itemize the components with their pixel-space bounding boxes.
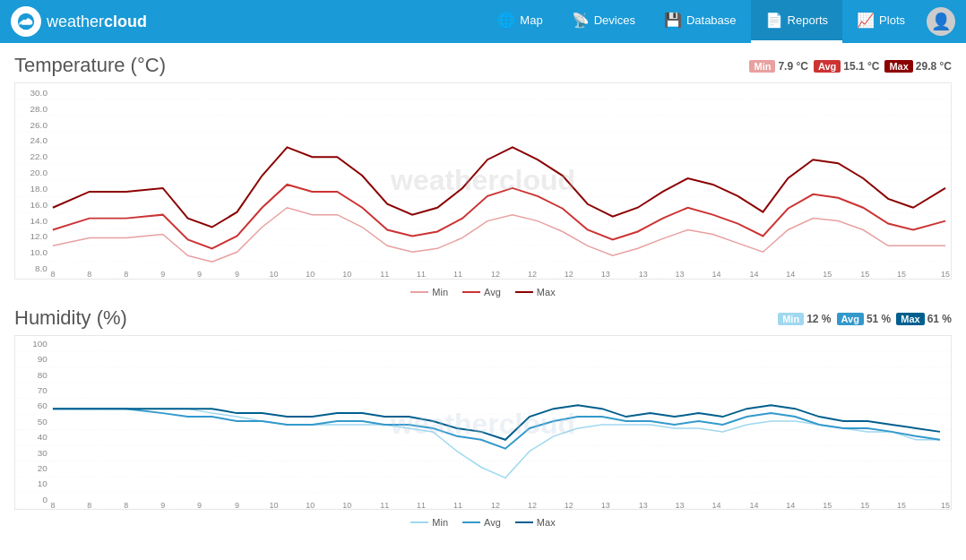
svg-text:90: 90 <box>38 354 48 364</box>
hum-min-label: Min <box>778 313 804 325</box>
hum-max-line <box>515 521 533 523</box>
database-icon: 💾 <box>664 12 682 29</box>
svg-text:10: 10 <box>269 501 278 509</box>
hum-avg-badge: Avg 51 % <box>837 313 892 325</box>
svg-text:11: 11 <box>453 501 462 509</box>
nav-item-map[interactable]: 🌐 Map <box>483 0 556 43</box>
temp-legend-max: Max <box>515 287 556 297</box>
svg-text:weathercloud: weathercloud <box>390 408 575 440</box>
hum-legend-min: Min <box>410 517 448 528</box>
svg-text:10: 10 <box>342 501 351 509</box>
svg-text:14: 14 <box>749 501 758 509</box>
svg-text:14: 14 <box>712 501 721 509</box>
temp-max-badge: Max 29.8 °C <box>884 60 952 73</box>
svg-text:9: 9 <box>160 270 165 279</box>
svg-text:8: 8 <box>50 270 55 279</box>
svg-text:8: 8 <box>124 270 128 279</box>
svg-text:12: 12 <box>528 501 537 509</box>
svg-text:14: 14 <box>749 270 758 279</box>
svg-text:22.0: 22.0 <box>30 151 48 161</box>
plots-icon: 📈 <box>857 12 875 29</box>
hum-min-line <box>410 521 428 523</box>
brand-logo[interactable]: weathercloud <box>11 6 147 37</box>
temp-avg-label: Avg <box>814 60 841 73</box>
temperature-stats: Min 7.9 °C Avg 15.1 °C Max 29.8 °C <box>749 60 952 73</box>
humidity-chart: 100 90 80 70 60 50 40 30 20 10 0 <box>14 335 952 510</box>
temperature-section: Temperature (°C) Min 7.9 °C Avg 15.1 °C … <box>14 54 952 297</box>
svg-text:24.0: 24.0 <box>30 135 48 145</box>
svg-text:11: 11 <box>453 270 462 279</box>
svg-text:13: 13 <box>601 270 610 279</box>
user-avatar[interactable]: 👤 <box>927 7 955 36</box>
hum-legend-min-label: Min <box>432 517 448 528</box>
svg-text:30.0: 30.0 <box>30 88 48 98</box>
svg-text:13: 13 <box>601 501 610 509</box>
svg-text:15: 15 <box>823 270 832 279</box>
svg-text:16.0: 16.0 <box>30 200 48 210</box>
svg-text:12: 12 <box>565 270 574 279</box>
svg-text:8.0: 8.0 <box>35 263 47 273</box>
nav-label-plots: Plots <box>879 13 905 27</box>
svg-text:11: 11 <box>417 501 426 509</box>
nav-label-map: Map <box>520 13 542 27</box>
svg-text:13: 13 <box>676 501 685 509</box>
nav-item-plots[interactable]: 📈 Plots <box>842 0 919 43</box>
svg-text:12: 12 <box>528 270 537 279</box>
humidity-stats: Min 12 % Avg 51 % Max 61 % <box>778 313 952 325</box>
temp-legend-avg: Avg <box>462 287 501 297</box>
svg-text:9: 9 <box>235 501 239 509</box>
svg-text:13: 13 <box>639 501 648 509</box>
svg-text:13: 13 <box>676 270 685 279</box>
svg-text:9: 9 <box>197 270 202 279</box>
temp-min-label: Min <box>749 60 775 73</box>
temp-legend-avg-label: Avg <box>484 287 501 297</box>
svg-text:0: 0 <box>42 495 47 504</box>
temp-legend-max-label: Max <box>537 287 556 297</box>
nav-item-reports[interactable]: 📄 Reports <box>751 0 843 43</box>
svg-text:12.0: 12.0 <box>30 231 48 241</box>
svg-text:26.0: 26.0 <box>30 120 48 130</box>
svg-text:10: 10 <box>38 478 48 488</box>
svg-text:50: 50 <box>38 417 48 426</box>
brand-name: weathercloud <box>47 13 147 31</box>
svg-text:14: 14 <box>786 270 795 279</box>
svg-text:10: 10 <box>306 270 315 279</box>
svg-text:11: 11 <box>380 501 389 509</box>
svg-text:8: 8 <box>50 501 55 509</box>
svg-text:12: 12 <box>565 501 574 509</box>
svg-text:14: 14 <box>786 501 795 509</box>
svg-text:9: 9 <box>235 270 239 279</box>
svg-text:11: 11 <box>380 270 389 279</box>
svg-text:20.0: 20.0 <box>30 168 48 177</box>
nav-item-devices[interactable]: 📡 Devices <box>557 0 650 43</box>
hum-avg-line <box>462 521 480 523</box>
temp-avg-line <box>462 291 480 293</box>
svg-text:15: 15 <box>941 501 950 509</box>
temp-legend-min-label: Min <box>432 287 448 297</box>
humidity-section: Humidity (%) Min 12 % Avg 51 % Max 61 % <box>14 306 952 528</box>
svg-text:14.0: 14.0 <box>30 216 48 226</box>
navbar: weathercloud 🌐 Map 📡 Devices 💾 Database … <box>0 0 966 43</box>
svg-text:15: 15 <box>897 270 906 279</box>
svg-text:10.0: 10.0 <box>30 247 48 257</box>
temperature-svg: 30.0 28.0 26.0 24.0 22.0 20.0 18.0 16.0 … <box>15 83 951 279</box>
nav-label-devices: Devices <box>594 13 635 27</box>
temp-legend-min: Min <box>410 287 448 297</box>
nav-item-database[interactable]: 💾 Database <box>650 0 751 43</box>
temp-max-line <box>515 291 533 293</box>
reports-icon: 📄 <box>765 12 783 29</box>
brand-icon <box>11 6 41 37</box>
hum-avg-label: Avg <box>837 313 864 325</box>
svg-text:18.0: 18.0 <box>30 184 48 194</box>
temp-max-label: Max <box>884 60 912 73</box>
temperature-chart: 30.0 28.0 26.0 24.0 22.0 20.0 18.0 16.0 … <box>14 82 952 280</box>
devices-icon: 📡 <box>572 12 590 29</box>
svg-text:13: 13 <box>639 270 648 279</box>
svg-text:40: 40 <box>38 432 48 442</box>
svg-text:60: 60 <box>38 401 48 410</box>
svg-text:10: 10 <box>306 501 315 509</box>
svg-text:15: 15 <box>897 501 906 509</box>
svg-text:8: 8 <box>87 270 91 279</box>
svg-text:9: 9 <box>160 501 165 509</box>
main-content: Temperature (°C) Min 7.9 °C Avg 15.1 °C … <box>0 43 966 547</box>
